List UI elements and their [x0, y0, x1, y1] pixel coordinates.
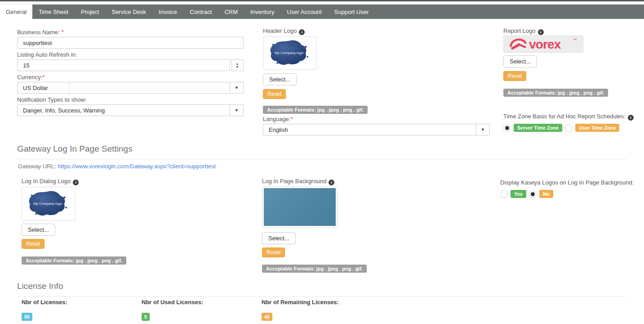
display-logos-yes-option-label[interactable]: Yes — [511, 190, 526, 198]
report-logo-formats-note: Acceptable Formats: jpg . jpeg . png . g… — [503, 89, 608, 97]
login-page-background-reset-button[interactable]: Reset — [262, 248, 285, 257]
login-background-image — [264, 188, 336, 226]
login-page-background-column: Log In Page Backgroundi Select... Reset … — [262, 178, 367, 273]
server-time-zone-option-label[interactable]: Server Time Zone — [514, 124, 562, 132]
auto-refresh-label: Listing Auto Refresh in: — [17, 51, 244, 58]
login-page-background-label-text: Log In Page Background — [262, 178, 326, 184]
nbr-of-licenses-value: 50 — [22, 313, 32, 321]
display-kaseya-logos-group: Display Kaseya Logos on Log In Page Back… — [500, 179, 634, 198]
license-info-section-title: License Info — [17, 281, 627, 297]
time-zone-basis-options: Server Time Zone User Time Zone — [503, 124, 638, 132]
report-logo-select-button[interactable]: Select... — [503, 55, 537, 68]
tab-project[interactable]: Project — [75, 4, 105, 19]
auto-refresh-stepper[interactable]: ▲ ▼ — [231, 59, 244, 71]
display-kaseya-logos-label: Display Kaseya Logos on Log In Page Back… — [500, 179, 634, 186]
required-marker: * — [290, 116, 293, 122]
language-select[interactable]: English ▼ — [263, 124, 490, 135]
currency-label-text: Currency: — [17, 74, 42, 81]
language-selected-value: English — [263, 126, 476, 133]
info-icon[interactable]: i — [299, 29, 305, 35]
tab-inventory[interactable]: Inventory — [244, 4, 280, 19]
display-logos-no-radio[interactable] — [529, 190, 537, 198]
chevron-down-icon[interactable]: ▼ — [230, 82, 243, 93]
info-icon[interactable]: i — [329, 180, 334, 185]
header-logo-column: Header Logoi My Company logo Select... — [263, 27, 490, 138]
nbr-of-remaining-licenses-label: Nbr of Remaining Licenses: — [262, 299, 382, 306]
general-form-column: Business Name:* Listing Auto Refresh in:… — [17, 29, 244, 119]
company-logo-text: My Company logo — [275, 51, 303, 55]
required-marker: * — [62, 29, 64, 36]
report-logo-label: Report Logoi — [503, 27, 638, 35]
login-dialog-logo-reset-button[interactable]: Reset — [22, 239, 44, 249]
login-dialog-logo-formats-note: Acceptable Formats: jpg . jpeg . png . g… — [22, 256, 126, 265]
tab-general[interactable]: General — [0, 4, 32, 19]
gateway-url-link[interactable]: https://www.vorexlogin.com/Gateway.aspx?… — [58, 163, 216, 170]
tab-invoice[interactable]: Invoice — [152, 4, 183, 19]
language-label-text: Language: — [263, 116, 290, 122]
business-name-label-text: Business Name: — [17, 29, 60, 36]
display-logos-no-option-label[interactable]: No — [539, 190, 553, 198]
general-settings-page: General Time Sheet Project Service Desk … — [0, 0, 644, 324]
time-zone-basis-label: Time Zone Basis for Ad Hoc Report Schedu… — [503, 113, 638, 120]
login-page-background-formats-note: Acceptable Formats: jpg . jpeg . png . g… — [262, 265, 367, 273]
currency-label: Currency:* — [17, 74, 244, 81]
auto-refresh-input[interactable] — [17, 59, 230, 71]
display-kaseya-logos-options: Yes No — [500, 190, 634, 198]
login-page-background-label: Log In Page Backgroundi — [262, 178, 367, 185]
vorex-logo-image: vorex ™ — [506, 37, 580, 51]
info-icon[interactable]: i — [73, 180, 79, 185]
info-icon[interactable]: i — [628, 115, 634, 121]
info-icon[interactable]: i — [538, 29, 544, 35]
currency-selected-value: US Dollar — [18, 82, 69, 93]
license-info-row: Nbr of Licenses: 50 Nbr of Used Licenses… — [22, 299, 382, 321]
nbr-of-remaining-licenses-value: 45 — [262, 313, 272, 321]
login-page-background-select-button[interactable]: Select... — [262, 232, 296, 244]
header-logo-reset-button[interactable]: Reset — [263, 89, 286, 99]
report-logo-preview: vorex ™ — [503, 36, 583, 53]
header-logo-label: Header Logoi — [263, 27, 490, 35]
settings-content: Business Name:* Listing Auto Refresh in:… — [0, 19, 644, 324]
business-name-input[interactable] — [17, 37, 244, 49]
login-dialog-logo-select-button[interactable]: Select... — [22, 224, 55, 236]
license-total-column: Nbr of Licenses: 50 — [22, 299, 142, 321]
company-logo-blob-image: My Company logo — [265, 38, 315, 66]
chevron-down-icon[interactable]: ▼ — [230, 105, 243, 116]
user-time-zone-radio[interactable] — [565, 124, 573, 132]
tab-crm[interactable]: CRM — [218, 4, 244, 19]
tab-contract[interactable]: Contract — [183, 4, 218, 19]
tab-support-user[interactable]: Support User — [328, 4, 375, 19]
tabbar-spacer — [0, 1, 644, 4]
login-dialog-logo-label: Log In Dialog Logoi — [22, 178, 126, 185]
login-page-background-preview — [262, 186, 338, 228]
nbr-of-used-licenses-value: 5 — [142, 313, 150, 321]
vorex-trademark: ™ — [573, 38, 577, 42]
user-time-zone-option-label[interactable]: User Time Zone — [575, 124, 619, 132]
tab-time-sheet[interactable]: Time Sheet — [32, 4, 75, 19]
gateway-url-label: Gateway URL: — [18, 163, 56, 170]
display-logos-yes-radio[interactable] — [500, 190, 508, 198]
settings-tabbar: General Time Sheet Project Service Desk … — [0, 4, 644, 19]
company-logo-blob-image: My Company logo — [23, 189, 74, 217]
currency-select[interactable]: US Dollar ▼ — [17, 82, 244, 94]
server-time-zone-radio[interactable] — [503, 124, 511, 132]
header-logo-select-button[interactable]: Select... — [263, 73, 297, 86]
chevron-down-icon[interactable]: ▼ — [476, 124, 489, 135]
login-dialog-logo-column: Log In Dialog Logoi My Company logo Sele… — [22, 178, 126, 265]
notification-types-selected-value: Danger, Info, Success, Warning — [18, 107, 230, 114]
nbr-of-licenses-label: Nbr of Licenses: — [22, 299, 142, 306]
stepper-down-icon[interactable]: ▼ — [236, 65, 239, 68]
nbr-of-used-licenses-label: Nbr of Used Licenses: — [142, 299, 262, 306]
login-dialog-logo-label-text: Log In Dialog Logo — [22, 178, 71, 184]
header-logo-label-text: Header Logo — [263, 27, 297, 34]
business-name-label: Business Name:* — [17, 29, 244, 36]
stepper-up-icon[interactable]: ▲ — [236, 62, 239, 65]
tab-service-desk[interactable]: Service Desk — [105, 4, 152, 19]
required-marker: * — [42, 74, 44, 81]
time-zone-basis-label-text: Time Zone Basis for Ad Hoc Report Schedu… — [503, 113, 626, 120]
notification-types-select[interactable]: Danger, Info, Success, Warning ▼ — [17, 104, 244, 116]
report-logo-reset-button[interactable]: Reset — [503, 71, 526, 81]
language-label: Language:* — [263, 116, 490, 123]
gateway-section-title: Gateway Log In Page Settings — [17, 144, 627, 159]
license-used-column: Nbr of Used Licenses: 5 — [142, 299, 262, 321]
tab-user-account[interactable]: User Account — [280, 4, 328, 19]
